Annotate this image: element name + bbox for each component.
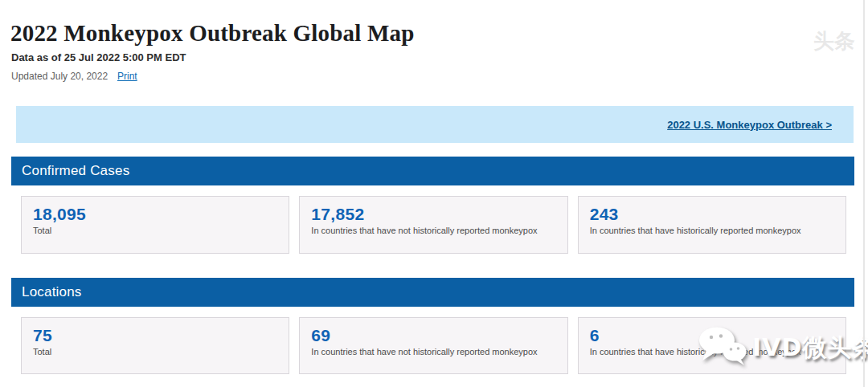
stat-value: 69 <box>311 326 559 345</box>
page-title: 2022 Monkeypox Outbreak Global Map <box>10 19 415 47</box>
monkeypox-outbreak-page: 2022 Monkeypox Outbreak Global Map Data … <box>0 0 868 387</box>
stat-value: 17,852 <box>311 205 559 224</box>
stat-label: Total <box>33 347 280 357</box>
data-as-of-text: Data as of 25 Jul 2022 5:00 PM EDT <box>11 51 186 63</box>
locations-total-card: 75 Total <box>21 317 289 374</box>
stat-label: In countries that have historically repo… <box>590 347 837 357</box>
confirmed-nonendemic-card: 17,852 In countries that have not histor… <box>299 196 567 254</box>
confirmed-cases-header: Confirmed Cases <box>11 157 854 185</box>
stat-value: 6 <box>590 326 837 345</box>
stat-label: Total <box>33 226 280 236</box>
locations-row: 75 Total 69 In countries that have not h… <box>21 317 846 374</box>
confirmed-cases-header-label: Confirmed Cases <box>22 163 129 179</box>
confirmed-endemic-card: 243 In countries that have historically … <box>578 196 846 254</box>
locations-endemic-card: 6 In countries that have historically re… <box>578 317 846 374</box>
updated-date-text: Updated July 20, 2022 <box>11 71 108 82</box>
locations-header-label: Locations <box>22 284 82 300</box>
locations-header: Locations <box>11 278 854 307</box>
stat-value: 243 <box>590 205 837 224</box>
stat-value: 18,095 <box>33 205 280 224</box>
us-outbreak-link[interactable]: 2022 U.S. Monkeypox Outbreak > <box>667 119 832 131</box>
window-edge-divider <box>863 0 865 387</box>
print-link[interactable]: Print <box>117 71 137 82</box>
faint-watermark-text: 头条 <box>813 27 855 55</box>
confirmed-cases-row: 18,095 Total 17,852 In countries that ha… <box>21 196 846 254</box>
stat-label: In countries that have not historically … <box>311 226 559 236</box>
locations-nonendemic-card: 69 In countries that have not historical… <box>299 317 567 374</box>
stat-label: In countries that have not historically … <box>311 347 559 357</box>
stat-value: 75 <box>33 326 280 345</box>
us-outbreak-banner: 2022 U.S. Monkeypox Outbreak > <box>16 106 854 143</box>
confirmed-total-card: 18,095 Total <box>21 196 289 254</box>
stat-label: In countries that have historically repo… <box>590 226 837 236</box>
